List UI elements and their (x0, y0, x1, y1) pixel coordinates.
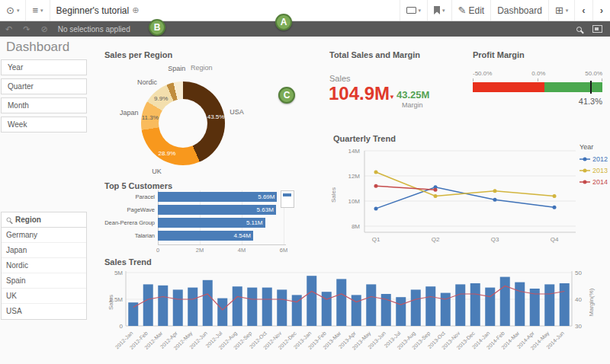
global-menu-button[interactable]: ⊙ ▾ (0, 0, 26, 21)
filter-button-quarter[interactable]: Quarter (1, 78, 87, 94)
region-item-spain[interactable]: Spain (2, 273, 86, 289)
legend-item-2014[interactable]: 2014 (580, 176, 610, 187)
filter-button-week[interactable]: Week (1, 117, 87, 133)
app-overview-button[interactable]: ≡ ▾ (26, 0, 50, 21)
bar-2013-Nov[interactable] (455, 284, 465, 326)
chart-scrollbar[interactable] (281, 190, 294, 208)
edit-button[interactable]: ✎ Edit (451, 0, 491, 21)
data-point-2013[interactable] (434, 194, 438, 198)
search-icon[interactable] (576, 27, 582, 32)
data-point-2013[interactable] (374, 171, 378, 174)
bar-2014-Mar[interactable] (515, 283, 525, 326)
bar-paracel[interactable]: 5.69M (158, 192, 277, 202)
bar-category-label: Talarian (104, 232, 155, 239)
x-tick-label: Q3 (491, 236, 499, 243)
bar-2012-Feb[interactable] (143, 284, 153, 326)
bar-2013-May[interactable] (366, 284, 376, 326)
region-item-nordic[interactable]: Nordic (2, 258, 86, 273)
gauge-value: 41.3% (473, 97, 602, 106)
bar-2014-Feb[interactable] (500, 277, 510, 326)
profit-margin-gauge[interactable]: -50.0% 0.0% 50.0% 41.3% (473, 70, 602, 106)
legend-dot (583, 180, 587, 184)
region-item-usa[interactable]: USA (2, 304, 86, 319)
bar-2012-Aug[interactable] (233, 286, 242, 326)
global-menu-icon: ⊙ (6, 5, 14, 16)
legend-marker (580, 168, 590, 174)
sales-trend-chart[interactable]: 5M2.5M0504030SalesMargin(%)2012-Jan2012-… (107, 268, 599, 364)
y-axis-title-left: Sales (108, 295, 114, 310)
top5-customers-chart[interactable]: 02M4M6MParacel5.69MPageWave5.63MDean-Per… (104, 190, 297, 256)
bar-2012-May[interactable] (188, 288, 197, 326)
search-icon[interactable] (7, 218, 11, 222)
region-item-uk[interactable]: UK (2, 289, 86, 304)
next-sheet-button[interactable]: › (592, 0, 610, 21)
data-point-2012[interactable] (374, 206, 378, 210)
bar-2012-Nov[interactable] (277, 289, 287, 326)
selections-bar-right (576, 25, 610, 33)
legend-item-2012[interactable]: 2012 (580, 153, 610, 164)
data-point-2013[interactable] (553, 194, 557, 198)
donut-slice-label: UK (152, 168, 162, 175)
gauge-needle (590, 81, 592, 94)
bar-dean-perera-group[interactable]: 5.11M (158, 218, 265, 228)
region-item-germany[interactable]: Germany (2, 228, 86, 243)
chart-title-sales-per-region: Sales per Region (104, 50, 172, 59)
chevron-down-icon: ▾ (442, 8, 445, 14)
page-title: Dashboard (6, 40, 69, 55)
filter-button-month[interactable]: Month (1, 97, 87, 113)
data-point-2014[interactable] (434, 188, 438, 192)
bar-value-label: 5.63M (158, 205, 276, 215)
clear-selections-icon[interactable]: ⊘ (35, 24, 53, 34)
donut-slice-label: Japan (120, 109, 139, 117)
selections-message: No selections applied (58, 25, 130, 34)
bar-pagewave[interactable]: 5.63M (158, 205, 276, 215)
bar-2012-Sep[interactable] (247, 288, 257, 326)
bar-2013-Sep[interactable] (425, 286, 435, 326)
y-tick-label: 12M (348, 173, 360, 180)
bar-2014-Jan[interactable] (485, 288, 495, 326)
sheet-label: Dashboard (497, 5, 542, 16)
bar-2014-Jun[interactable] (560, 283, 570, 326)
sheet-grid-button[interactable]: ⊞ ▾ (548, 0, 574, 21)
data-point-2013[interactable] (493, 189, 497, 193)
legend-label: 2013 (592, 167, 608, 174)
step-back-icon[interactable]: ↶ (0, 24, 18, 34)
bar-category-label: Paracel (104, 193, 155, 200)
data-point-2014[interactable] (374, 184, 378, 188)
x-tick-label: Q2 (432, 236, 440, 243)
bar-2013-Mar[interactable] (336, 279, 346, 326)
y-tick-label-right: 30 (575, 323, 582, 330)
legend-label: 2014 (592, 178, 608, 186)
bar-2013-Jan[interactable] (307, 276, 316, 326)
bar-talarian[interactable]: 4.54M (158, 231, 253, 241)
bar-2012-Jun[interactable] (203, 280, 213, 326)
bar-2012-Jan[interactable] (128, 302, 138, 326)
sales-per-region-donut[interactable] (141, 81, 225, 165)
selections-tool-icon[interactable] (592, 25, 602, 33)
data-point-2012[interactable] (553, 206, 557, 209)
sheet-selector[interactable]: Dashboard (490, 0, 548, 21)
bar-2013-Dec[interactable] (470, 283, 480, 326)
bar-2012-Jul[interactable] (217, 299, 227, 326)
bar-2013-Jul[interactable] (396, 297, 406, 326)
bookmarks-button[interactable]: ▾ (427, 0, 451, 21)
data-point-2012[interactable] (493, 198, 497, 202)
bar-2013-Aug[interactable] (411, 289, 421, 326)
region-item-japan[interactable]: Japan (2, 243, 86, 258)
region-listbox-header[interactable]: Region (2, 212, 86, 228)
legend-item-2013[interactable]: 2013 (580, 164, 610, 176)
prev-sheet-button[interactable]: ‹ (574, 0, 592, 21)
monitor-icon (406, 7, 416, 14)
bar-2014-May[interactable] (544, 284, 554, 326)
filter-button-year[interactable]: Year (1, 59, 87, 75)
x-tick-label: 4M (238, 247, 246, 254)
app-overview-icon: ≡ (32, 5, 38, 16)
storytelling-button[interactable]: ▾ (400, 0, 428, 21)
bar-2012-Oct[interactable] (262, 288, 272, 326)
bar-2012-Apr[interactable] (173, 289, 183, 326)
region-listbox-rows: GermanyJapanNordicSpainUKUSA (2, 228, 86, 319)
step-forward-icon[interactable]: ↷ (18, 24, 35, 34)
bar-2012-Mar[interactable] (158, 286, 168, 326)
quarterly-trend-chart[interactable]: 14M12M10M8MQ1Q2Q3Q4Sales (326, 145, 582, 253)
scrollbar-thumb (283, 193, 291, 196)
